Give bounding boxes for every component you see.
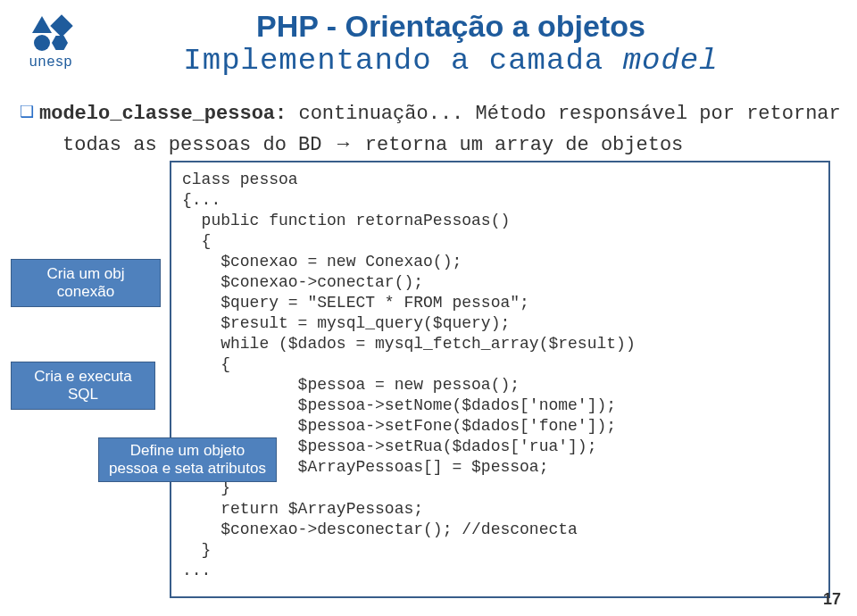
logo-text: unesp (11, 54, 91, 70)
logo-mark (11, 16, 91, 34)
subtitle2-b: retorna um array de objetos (354, 134, 684, 156)
code-block: class pessoa {... public function retorn… (170, 161, 830, 598)
subtitle-line2: todas as pessoas do BD → retorna um arra… (62, 132, 683, 156)
bullet-icon: ❑ (20, 103, 34, 121)
title-line2: Implementando a camada model (107, 44, 795, 78)
logo-shape-square (50, 14, 72, 37)
annotation-objeto-l2: pessoa e seta atributos (109, 460, 266, 477)
subtitle2-a: todas as pessoas do BD (62, 134, 334, 156)
subtitle-rest: continuação... Método responsável por re… (287, 103, 841, 125)
annotation-objeto-l1: Define um objeto (130, 442, 245, 459)
title-line2-a: Implementando a camada (183, 44, 622, 78)
arrow-icon: → (334, 132, 354, 154)
unesp-logo: unesp (11, 16, 91, 70)
title-line1: PHP - Orientação a objetos (107, 9, 795, 44)
subtitle-bold: modelo_classe_pessoa: (39, 103, 287, 125)
subtitle-line1: ❑modelo_classe_pessoa: continuação... Mé… (20, 102, 841, 125)
annotation-objeto: Define um objeto pessoa e seta atributos (98, 437, 277, 482)
slide-title: PHP - Orientação a objetos Implementando… (107, 9, 795, 78)
logo-mark-row2 (11, 35, 91, 51)
page-number: 17 (823, 590, 841, 609)
logo-shape-triangle (32, 16, 52, 33)
annotation-sql: Cria e executa SQL (11, 362, 155, 410)
annotation-conexao: Cria um obj conexão (11, 259, 161, 307)
title-line2-b: model (623, 44, 719, 78)
logo-shape-circle (34, 35, 50, 51)
logo-shape-hex (52, 35, 68, 51)
